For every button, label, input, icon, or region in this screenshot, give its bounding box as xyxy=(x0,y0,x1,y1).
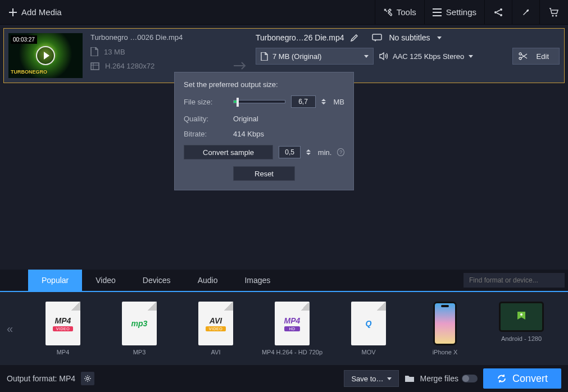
tools-button[interactable]: Tools xyxy=(375,0,424,24)
output-format-label: 7 MB (Original) xyxy=(272,52,321,61)
format-tile-label: AVI xyxy=(211,349,221,355)
menu-icon xyxy=(433,8,442,16)
file-icon xyxy=(90,47,98,56)
format-search-input[interactable] xyxy=(464,273,565,288)
file-icon: Q xyxy=(351,302,386,345)
tools-icon xyxy=(383,8,392,17)
filesize-value[interactable]: 6,7 xyxy=(291,95,316,108)
source-filename: Turbonegro …0026 Die.mp4 xyxy=(90,33,225,42)
sample-spinner[interactable] xyxy=(306,149,312,155)
wrench-button[interactable] xyxy=(512,0,539,24)
play-icon[interactable] xyxy=(36,46,55,65)
phone-icon xyxy=(433,302,457,345)
bitrate-value: 414 Kbps xyxy=(233,130,264,138)
scissors-icon xyxy=(519,52,528,60)
pencil-icon[interactable] xyxy=(351,34,358,42)
svg-point-4 xyxy=(556,15,557,16)
tab-devices[interactable]: Devices xyxy=(129,270,184,291)
subtitles-icon[interactable] xyxy=(372,34,382,42)
filesize-row: File size: 6,7 MB xyxy=(184,95,344,108)
merge-files-toggle[interactable]: Merge files xyxy=(420,374,478,383)
subtitles-label[interactable]: No subtitles xyxy=(389,33,430,42)
format-tile-label: iPhone X xyxy=(433,349,458,355)
tab-popular[interactable]: Popular xyxy=(28,270,82,291)
refresh-icon xyxy=(497,373,507,384)
output-top-row: Turbonegro…26 Die.mp4 No subtitles xyxy=(256,33,560,42)
svg-rect-6 xyxy=(372,34,381,40)
format-tile[interactable]: Android - 1280 xyxy=(483,302,560,355)
edit-button[interactable]: Edit xyxy=(512,48,560,65)
cart-button[interactable] xyxy=(539,0,568,24)
folder-icon[interactable] xyxy=(405,375,415,382)
quality-value: Original xyxy=(233,115,258,123)
file-icon: MP4VIDEO xyxy=(46,302,80,345)
filesize-label: File size: xyxy=(184,98,228,106)
toggle-switch[interactable] xyxy=(462,375,478,382)
output-size-popover: Set the preferred output size: File size… xyxy=(174,72,354,190)
convert-label: Convert xyxy=(512,373,548,385)
file-icon xyxy=(261,52,268,61)
strip-prev-button[interactable]: « xyxy=(7,322,13,335)
format-tile[interactable]: iPhone X xyxy=(407,302,483,355)
format-tile[interactable]: MP4HDMP4 H.264 - HD 720p xyxy=(254,302,330,355)
topbar: Add Media Tools Settings xyxy=(0,0,568,25)
filesize-unit: MB xyxy=(334,98,345,106)
format-tile-label: MOV xyxy=(361,349,375,355)
svg-point-10 xyxy=(87,377,89,380)
tab-video[interactable]: Video xyxy=(82,270,129,291)
share-button[interactable] xyxy=(484,0,512,24)
format-tile[interactable]: mp3MP3 xyxy=(101,302,178,355)
quality-row: Quality: Original xyxy=(184,115,344,123)
add-media-label: Add Media xyxy=(21,7,62,17)
source-size-line: 13 MB xyxy=(90,47,225,56)
audio-format-dropdown[interactable]: AAC 125 Kbps Stereo xyxy=(379,52,473,61)
subtitles-caret-icon[interactable] xyxy=(437,37,442,39)
duration-badge: 00:03:27 xyxy=(11,35,37,44)
output-bottom-row: 7 MB (Original) AAC 125 Kbps Stereo Edit xyxy=(256,48,560,65)
source-codec-line: H.264 1280x72 xyxy=(90,62,225,70)
convert-sample-button[interactable]: Convert sample xyxy=(184,145,273,159)
speaker-icon xyxy=(379,52,388,60)
tools-label: Tools xyxy=(397,7,416,17)
format-tile-label: MP4 H.264 - HD 720p xyxy=(262,349,322,355)
cart-icon xyxy=(549,8,559,17)
sample-row: Convert sample 0,5 min. ? xyxy=(184,145,344,159)
tablet-icon xyxy=(499,302,544,332)
format-tile[interactable]: MP4VIDEOMP4 xyxy=(25,302,101,355)
help-icon[interactable]: ? xyxy=(337,148,344,156)
save-to-button[interactable]: Save to… xyxy=(344,370,398,387)
source-codec: H.264 1280x72 xyxy=(105,62,155,70)
svg-point-0 xyxy=(500,8,502,11)
settings-label: Settings xyxy=(446,7,476,17)
file-icon: AVIVIDEO xyxy=(198,302,233,345)
output-settings-button[interactable] xyxy=(81,372,94,385)
format-tile[interactable]: AVIVIDEOAVI xyxy=(178,302,254,355)
format-tile-label: Android - 1280 xyxy=(501,335,542,342)
chevron-down-icon xyxy=(364,55,369,58)
thumbnail[interactable]: 00:03:27 TURBONEGRO xyxy=(8,33,83,78)
format-tile[interactable]: QMOV xyxy=(330,302,407,355)
settings-button[interactable]: Settings xyxy=(424,0,484,24)
filesize-slider[interactable] xyxy=(233,100,285,103)
popover-title: Set the preferred output size: xyxy=(184,80,344,89)
reset-button[interactable]: Reset xyxy=(233,166,295,181)
bitrate-label: Bitrate: xyxy=(184,130,228,138)
save-to-label: Save to… xyxy=(351,375,383,383)
file-icon: MP4HD xyxy=(275,302,310,345)
sample-value[interactable]: 0,5 xyxy=(279,146,301,158)
quality-label: Quality: xyxy=(184,115,228,123)
source-size: 13 MB xyxy=(104,48,125,56)
tab-images[interactable]: Images xyxy=(231,270,284,291)
add-media-button[interactable]: Add Media xyxy=(0,0,71,24)
output-format-dropdown[interactable]: 7 MB (Original) xyxy=(256,48,374,65)
gear-icon xyxy=(84,375,92,382)
filesize-spinner[interactable] xyxy=(321,99,328,104)
svg-point-3 xyxy=(552,15,554,16)
output-filename: Turbonegro…26 Die.mp4 xyxy=(256,33,344,42)
file-icon: mp3 xyxy=(122,302,157,345)
svg-point-7 xyxy=(519,53,521,55)
svg-rect-5 xyxy=(91,63,99,70)
convert-button[interactable]: Convert xyxy=(483,368,561,389)
tab-audio[interactable]: Audio xyxy=(184,270,231,291)
edit-label: Edit xyxy=(537,52,549,61)
